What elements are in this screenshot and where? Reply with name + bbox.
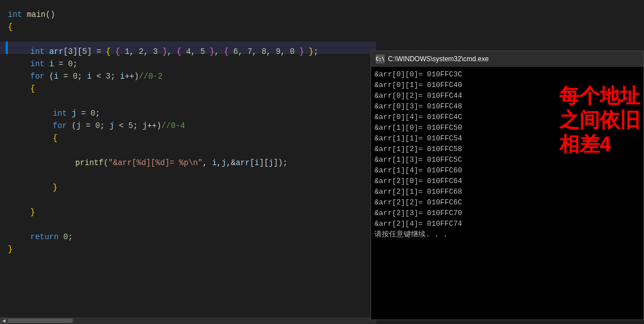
cmd-output-line: &arr[2][1]= 010FFC68 [374,186,640,197]
code-line-18 [0,215,376,227]
cmd-titlebar: C:\ C:\WINDOWS\system32\cmd.exe [371,51,643,67]
cmd-output-line: &arr[1][4]= 010FFC60 [374,165,640,176]
annotation-line1: 每个地址 [559,84,640,108]
code-line-2: { [0,17,376,29]
annotation: 每个地址 之间依旧 相差4 [559,84,640,157]
cmd-output-line: &arr[2][4]= 010FFC74 [374,218,640,229]
cmd-output-line: 请按任意键继续. . . [374,229,640,240]
scroll-left-icon[interactable]: ◀ [0,317,8,324]
editor-content: int main () { int arr [ 3 ][ 5 ] = [0,0,376,256]
code-editor: int main () { int arr [ 3 ][ 5 ] = [0,0,376,324]
function-main: main [27,8,46,21]
cmd-window: C:\ C:\WINDOWS\system32\cmd.exe &arr[0][… [371,51,644,320]
cmd-output-line: &arr[2][3]= 010FFC70 [374,208,640,218]
code-line-8 [0,91,376,103]
scrollbar-thumb[interactable] [6,318,73,323]
cmd-content: &arr[0][0]= 010FFC3C&arr[0][1]= 010FFC40… [371,67,643,320]
code-line-9: int j = 0 ; [0,103,376,116]
annotation-line3: 相差4 [559,132,611,156]
cmd-icon: C:\ [376,54,385,63]
cmd-output-line: &arr[0][0]= 010FFC3C [374,69,640,80]
cmd-title: C:\WINDOWS\system32\cmd.exe [388,55,639,63]
cmd-output-line: &arr[2][0]= 010FFC64 [374,176,640,186]
code-line-19: return 0 ; [0,227,376,239]
editor-scrollbar[interactable]: ◀ [0,317,376,324]
code-line-17: } [0,202,376,215]
annotation-line2: 之间依旧 [559,108,640,132]
code-line-13: printf ( "&arr[%d][%d]= %p\n" , i , j ,&… [0,153,376,165]
keyword-int: int [8,8,22,21]
code-line-4: int arr [ 3 ][ 5 ] = { { 1 , 2 , 3 } , {… [0,42,376,54]
cmd-output-line: &arr[2][2]= 010FFC6C [374,197,640,208]
code-line-3 [0,29,376,42]
code-line-1: int main () [0,4,376,17]
code-line-15: } [0,177,376,190]
